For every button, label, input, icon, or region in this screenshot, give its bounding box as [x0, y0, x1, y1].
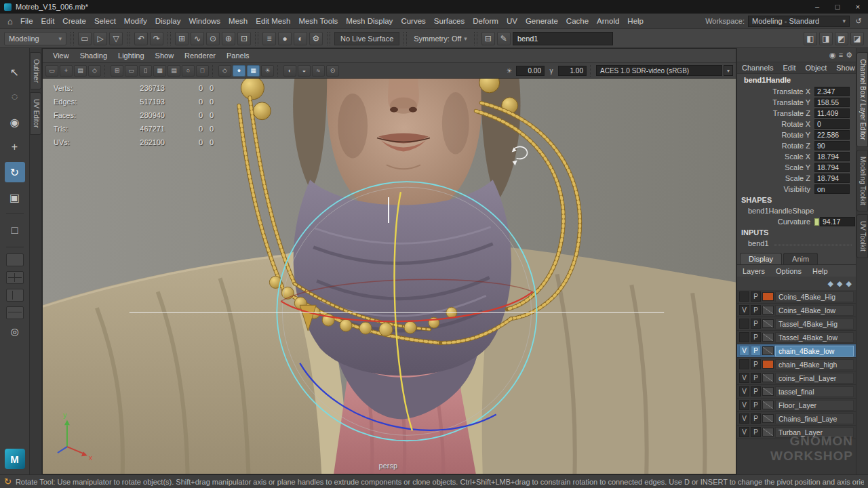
menu-surfaces[interactable]: Surfaces	[430, 17, 469, 25]
exposure-field[interactable]: 0.00	[516, 66, 545, 76]
layer-row[interactable]: Pchain_4Bake_high	[737, 358, 856, 371]
layer-playback-toggle[interactable]: P	[751, 413, 761, 424]
menu-file[interactable]: File	[16, 17, 37, 25]
layer-name[interactable]: Turban_Layer	[775, 427, 854, 438]
undo-icon[interactable]: ↶	[134, 32, 148, 45]
layer-name[interactable]: Tassel_4Bake_low	[775, 332, 854, 343]
toolbar-grip[interactable]	[167, 32, 171, 45]
layer-color-swatch[interactable]	[762, 360, 774, 369]
gamma-icon[interactable]: γ	[546, 67, 557, 75]
modeling-toolkit-toggle-icon[interactable]: ◪	[850, 32, 864, 45]
toolbar-grip[interactable]	[255, 32, 258, 45]
two-pane-stacked-layout-icon[interactable]	[6, 306, 24, 319]
shadows-icon[interactable]: ◐	[283, 65, 296, 77]
panel-menu-show[interactable]: Show	[151, 52, 179, 60]
snap-to-view-plane-icon[interactable]: ⊕	[222, 32, 235, 45]
layer-name[interactable]: chain_4Bake_low	[775, 346, 854, 357]
minimize-button[interactable]: –	[807, 0, 827, 14]
new-layer-icon[interactable]: ◆	[846, 279, 852, 288]
layer-visibility-toggle[interactable]: V	[739, 400, 749, 410]
layer-visibility-toggle[interactable]: V	[739, 305, 749, 315]
gate-mask-icon[interactable]: ▦	[153, 65, 166, 77]
channel-value[interactable]: 18.794	[814, 152, 850, 161]
layer-row[interactable]: PTassel_4Bake_Hig	[737, 317, 856, 331]
gear-icon[interactable]: ⚙	[846, 51, 852, 60]
grid-toggle-icon[interactable]: ⊞	[111, 65, 123, 77]
channel-value[interactable]: 18.794	[814, 163, 850, 172]
layer-name[interactable]: Floor_Layer	[775, 400, 854, 411]
channel-label[interactable]: Curvature	[737, 218, 814, 226]
image-plane-icon[interactable]: ▤	[74, 65, 87, 77]
layer-visibility-toggle[interactable]: V	[739, 413, 749, 424]
attribute-editor-toggle-icon[interactable]: ◧	[804, 32, 817, 45]
anti-aliasing-icon[interactable]: ≈	[312, 65, 325, 77]
layer-row[interactable]: VPtassel_final	[737, 385, 856, 399]
layer-playback-toggle[interactable]: P	[751, 427, 761, 437]
channel-label[interactable]: Translate Z	[737, 109, 814, 117]
redo-icon[interactable]: ↷	[150, 32, 163, 45]
toolbar-grip[interactable]	[127, 32, 130, 45]
menu-create[interactable]: Create	[58, 17, 90, 25]
tab-display[interactable]: Display	[740, 253, 782, 264]
maximize-button[interactable]: □	[827, 0, 848, 14]
render-icon[interactable]: ●	[278, 32, 292, 45]
layer-name[interactable]: Chains_final_Laye	[775, 413, 854, 424]
ipr-render-icon[interactable]: ◐	[294, 32, 307, 45]
layer-visibility-toggle[interactable]: V	[739, 427, 749, 437]
layer-playback-toggle[interactable]: P	[751, 291, 761, 302]
rotate-tool-icon[interactable]: ↻	[5, 162, 25, 182]
menu-edit-mesh[interactable]: Edit Mesh	[252, 17, 294, 25]
show-menu[interactable]: Show	[831, 64, 856, 72]
save-scene-icon[interactable]: ▽	[109, 32, 123, 45]
layer-color-swatch[interactable]	[762, 428, 774, 436]
toolbar-grip[interactable]	[327, 32, 330, 45]
layer-name[interactable]: tassel_final	[775, 386, 854, 397]
channel-value[interactable]: 0	[814, 119, 850, 129]
channel-label[interactable]: Rotate Y	[737, 131, 814, 139]
resolution-gate-icon[interactable]: ▯	[139, 65, 152, 77]
quick-input-field[interactable]: bend1	[513, 32, 613, 45]
channel-value[interactable]: on	[814, 184, 850, 194]
tab-anim[interactable]: Anim	[783, 253, 818, 264]
move-layer-up-icon[interactable]: ◆	[828, 279, 833, 288]
layer-playback-toggle[interactable]: P	[751, 305, 761, 315]
channel-label[interactable]: Translate Y	[737, 98, 814, 106]
construction-history-icon[interactable]: ≡	[262, 32, 276, 45]
menu-generate[interactable]: Generate	[521, 17, 562, 25]
shape-node-name[interactable]: bend1HandleShape	[737, 205, 856, 216]
safe-title-icon[interactable]: □	[196, 65, 209, 77]
ambient-occlusion-icon[interactable]: ◒	[298, 65, 311, 77]
layer-visibility-toggle[interactable]	[739, 359, 749, 369]
layer-playback-toggle[interactable]: P	[751, 346, 761, 356]
render-settings-icon[interactable]: ⚙	[309, 32, 323, 45]
colorspace-dropdown[interactable]: ACES 1.0 SDR-video (sRGB)	[596, 65, 722, 76]
snap-to-grid-icon[interactable]: ⊞	[175, 32, 189, 45]
layers-menu[interactable]: Layers	[737, 267, 770, 275]
wireframe-icon[interactable]: ◇	[218, 65, 231, 77]
exposure-icon[interactable]: ☀	[504, 67, 515, 75]
layer-visibility-toggle[interactable]: V	[739, 386, 749, 396]
menu-uv[interactable]: UV	[502, 17, 521, 25]
textured-icon[interactable]: ▦	[247, 65, 260, 77]
layer-row[interactable]: VPCoins_4Bake_low	[737, 304, 856, 317]
xray-icon[interactable]: ⊟	[481, 32, 495, 45]
tab-outliner[interactable]: Outliner	[30, 52, 41, 89]
menu-mesh[interactable]: Mesh	[224, 17, 252, 25]
toolbar-grip[interactable]	[71, 32, 74, 45]
layer-color-swatch[interactable]	[762, 387, 774, 396]
tab-channel-box-layer-editor[interactable]: Channel Box / Layer Editor	[856, 52, 868, 147]
home-icon[interactable]: ⌂	[4, 16, 16, 26]
select-tool-icon[interactable]: ↖	[5, 62, 25, 82]
film-gate-icon[interactable]: ▭	[125, 65, 138, 77]
help-menu[interactable]: Help	[807, 267, 833, 275]
menu-edit[interactable]: Edit	[37, 17, 59, 25]
scale-tool-icon[interactable]: ▣	[5, 187, 25, 207]
edit-menu[interactable]: Edit	[778, 64, 800, 72]
toolbar-grip[interactable]	[403, 32, 407, 45]
layer-row[interactable]: VPFloor_Layer	[737, 399, 856, 412]
chevron-down-icon[interactable]: ▾	[724, 65, 733, 76]
magnifier-icon[interactable]: ◎	[6, 324, 24, 339]
layer-visibility-toggle[interactable]: V	[739, 346, 749, 356]
layer-playback-toggle[interactable]: P	[751, 359, 761, 369]
menu-windows[interactable]: Windows	[184, 17, 224, 25]
